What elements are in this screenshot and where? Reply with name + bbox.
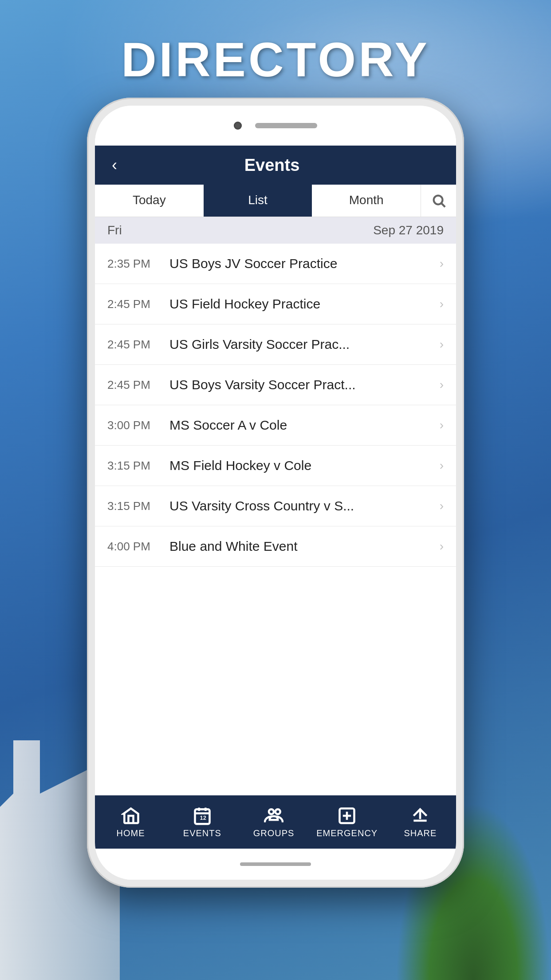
app-header: ‹ Events: [95, 146, 456, 185]
event-time: 3:15 PM: [107, 459, 169, 473]
event-item[interactable]: 2:45 PM US Girls Varsity Soccer Prac... …: [95, 324, 456, 365]
nav-label-groups: GROUPS: [253, 828, 295, 838]
search-icon: [431, 193, 446, 208]
share-icon: [410, 806, 430, 826]
event-item[interactable]: 3:15 PM MS Field Hockey v Cole ›: [95, 446, 456, 486]
groups-icon: [264, 806, 283, 826]
chevron-icon: ›: [440, 378, 444, 392]
search-button[interactable]: [421, 185, 456, 217]
event-item[interactable]: 2:45 PM US Field Hockey Practice ›: [95, 284, 456, 324]
event-item[interactable]: 2:35 PM US Boys JV Soccer Practice ›: [95, 244, 456, 284]
phone-frame: ‹ Events Today List Month: [87, 98, 464, 888]
speaker: [255, 123, 317, 128]
event-name: MS Soccer A v Cole: [169, 418, 435, 433]
event-name: US Boys Varsity Soccer Pract...: [169, 377, 435, 392]
home-icon: [121, 806, 141, 826]
chevron-icon: ›: [440, 337, 444, 352]
screen-content: ‹ Events Today List Month: [95, 146, 456, 849]
nav-label-emergency: EMERGENCY: [316, 828, 378, 838]
event-item[interactable]: 3:00 PM MS Soccer A v Cole ›: [95, 405, 456, 446]
tab-today[interactable]: Today: [95, 185, 204, 217]
svg-line-1: [441, 203, 445, 207]
svg-text:12: 12: [200, 814, 206, 821]
event-name: US Girls Varsity Soccer Prac...: [169, 337, 435, 352]
nav-item-events[interactable]: 12 EVENTS: [173, 806, 231, 838]
nav-item-share[interactable]: SHARE: [391, 806, 449, 838]
event-item[interactable]: 4:00 PM Blue and White Event ›: [95, 526, 456, 567]
svg-point-0: [433, 196, 442, 205]
event-time: 2:35 PM: [107, 257, 169, 271]
phone-top-bar: [95, 106, 456, 146]
tab-bar: Today List Month: [95, 185, 456, 217]
camera: [234, 122, 242, 130]
chevron-icon: ›: [440, 458, 444, 473]
emergency-icon: [337, 806, 357, 826]
chevron-icon: ›: [440, 499, 444, 513]
nav-label-home: HOME: [117, 828, 145, 838]
nav-item-home[interactable]: HOME: [102, 806, 160, 838]
chevron-icon: ›: [440, 539, 444, 553]
event-name: US Boys JV Soccer Practice: [169, 256, 435, 271]
event-time: 3:00 PM: [107, 419, 169, 432]
home-indicator: [240, 862, 311, 866]
nav-label-share: SHARE: [404, 828, 437, 838]
event-name: Blue and White Event: [169, 539, 435, 554]
svg-point-7: [269, 809, 274, 814]
svg-point-8: [276, 809, 280, 814]
events-list: 2:35 PM US Boys JV Soccer Practice › 2:4…: [95, 244, 456, 795]
tab-list[interactable]: List: [204, 185, 312, 217]
event-time: 2:45 PM: [107, 378, 169, 392]
event-name: MS Field Hockey v Cole: [169, 458, 435, 473]
date-full: Sep 27 2019: [373, 223, 444, 237]
event-time: 2:45 PM: [107, 297, 169, 311]
event-time: 3:15 PM: [107, 499, 169, 513]
phone-inner: ‹ Events Today List Month: [95, 106, 456, 880]
chevron-icon: ›: [440, 418, 444, 432]
back-button[interactable]: ‹: [108, 152, 121, 178]
header-title: Events: [121, 156, 423, 175]
events-icon: 12: [193, 806, 212, 826]
event-time: 2:45 PM: [107, 338, 169, 352]
event-time: 4:00 PM: [107, 540, 169, 553]
nav-item-groups[interactable]: GROUPS: [245, 806, 303, 838]
phone-bottom-area: [95, 849, 456, 880]
event-name: US Varsity Cross Country v S...: [169, 498, 435, 514]
event-name: US Field Hockey Practice: [169, 296, 435, 312]
chevron-icon: ›: [440, 297, 444, 311]
bottom-nav: HOME 12 EVENTS: [95, 795, 456, 849]
date-day: Fri: [107, 223, 122, 237]
date-header-row: Fri Sep 27 2019: [95, 217, 456, 244]
nav-label-events: EVENTS: [183, 828, 221, 838]
event-item[interactable]: 2:45 PM US Boys Varsity Soccer Pract... …: [95, 365, 456, 405]
chevron-icon: ›: [440, 257, 444, 271]
event-item[interactable]: 3:15 PM US Varsity Cross Country v S... …: [95, 486, 456, 526]
nav-item-emergency[interactable]: EMERGENCY: [316, 806, 378, 838]
page-title: DIRECTORY: [0, 31, 551, 87]
tab-month[interactable]: Month: [312, 185, 421, 217]
